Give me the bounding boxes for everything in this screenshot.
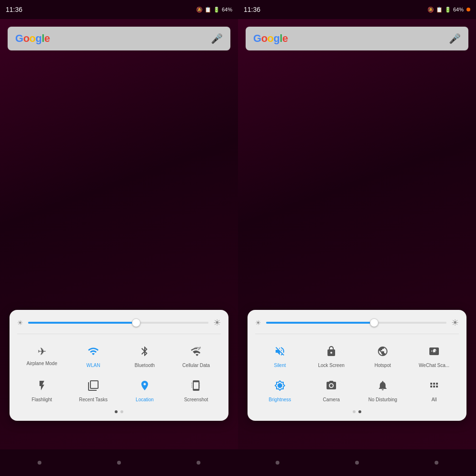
slider-fill-right bbox=[266, 322, 374, 324]
nav-dot3-right bbox=[435, 461, 438, 465]
right-panel: 11:36 🔕 📋 🔋 64% Google 🎤 ☀ bbox=[238, 0, 476, 476]
brightness-low-icon-right: ☀ bbox=[255, 319, 261, 327]
brightness-high-icon-right: ☀ bbox=[451, 317, 459, 328]
toggle-wlan-left[interactable]: WLAN bbox=[69, 342, 118, 372]
toggle-airplane-left[interactable]: ✈ Airplane Mode bbox=[17, 342, 67, 372]
home-area-right: Google 🎤 ☀ ☀ bbox=[238, 19, 476, 449]
toggle-bluetooth-left[interactable]: Bluetooth bbox=[120, 342, 169, 372]
slider-fill-left bbox=[28, 322, 136, 324]
wifi-icon-left bbox=[88, 346, 99, 360]
silent-icon-right: 🔕 bbox=[427, 7, 434, 13]
quick-settings-right: ☀ ☀ Silent bbox=[248, 310, 466, 421]
airplane-label-left: Airplane Mode bbox=[27, 361, 57, 367]
status-icons-left: 🔕 📋 🔋 64% bbox=[196, 7, 232, 13]
time-left: 11:36 bbox=[6, 6, 22, 13]
google-search-bar-right[interactable]: Google 🎤 bbox=[246, 27, 468, 50]
brightness-label-right: Brightness bbox=[268, 397, 291, 403]
dot2-right bbox=[358, 410, 361, 413]
bluetooth-label-left: Bluetooth bbox=[135, 363, 155, 368]
airplane-icon-left: ✈ bbox=[38, 346, 46, 358]
time-right: 11:36 bbox=[244, 6, 260, 13]
status-bar-right: 11:36 🔕 📋 🔋 64% bbox=[238, 0, 476, 19]
location-label-left: Location bbox=[136, 397, 154, 403]
toggle-all-right[interactable]: All bbox=[409, 376, 459, 407]
brightness-high-icon-left: ☀ bbox=[213, 317, 221, 328]
camera-label-right: Camera bbox=[323, 397, 340, 403]
battery-percent-right: 64% bbox=[453, 7, 464, 12]
screenshot-label-left: Screenshot bbox=[184, 397, 208, 403]
google-search-bar-left[interactable]: Google 🎤 bbox=[8, 27, 230, 50]
google-logo-left: Google bbox=[15, 32, 50, 45]
location-icon-left bbox=[139, 380, 150, 394]
slider-thumb-right bbox=[370, 318, 378, 327]
slider-thumb-left bbox=[132, 318, 140, 327]
toggle-wechat-right[interactable]: WeChat Sca... bbox=[409, 342, 459, 372]
brightness-icon-right bbox=[274, 380, 286, 394]
all-label-right: All bbox=[431, 397, 436, 403]
brightness-slider-left[interactable]: ☀ ☀ bbox=[17, 317, 221, 334]
nav-dot1-right bbox=[276, 461, 279, 465]
nodisturb-icon-right bbox=[377, 380, 388, 394]
silent-icon-left: 🔕 bbox=[196, 7, 203, 13]
battery-icon-right: 🔋 bbox=[445, 7, 451, 13]
status-bar-left: 11:36 🔕 📋 🔋 64% bbox=[0, 0, 238, 19]
toggles-row2-left: Flashlight Recent Tasks bbox=[17, 376, 221, 407]
slider-track-left[interactable] bbox=[28, 322, 208, 324]
google-logo-right: Google bbox=[253, 32, 288, 45]
dot2-left bbox=[120, 410, 123, 413]
toggle-lockscreen-right[interactable]: Lock Screen bbox=[307, 342, 356, 372]
home-area-left: Google 🎤 ☀ ☀ ✈ Airplane Mode bbox=[0, 19, 238, 449]
flashlight-icon-left bbox=[36, 380, 48, 394]
status-icons-right: 🔕 📋 🔋 64% bbox=[427, 7, 470, 13]
nav-dot2-right bbox=[355, 461, 359, 465]
quick-settings-left: ☀ ☀ ✈ Airplane Mode bbox=[10, 310, 228, 421]
dot1-left bbox=[115, 410, 118, 413]
silent-label-right: Silent bbox=[274, 363, 286, 368]
hotspot-icon-right bbox=[377, 346, 388, 360]
bluetooth-icon-left bbox=[139, 346, 150, 360]
page-dots-left bbox=[17, 410, 221, 413]
all-icon-right bbox=[428, 380, 440, 394]
camera-icon-right bbox=[326, 380, 337, 394]
toggle-camera-right[interactable]: Camera bbox=[307, 376, 356, 407]
sim-icon-right: 📋 bbox=[436, 7, 443, 13]
toggles-row2-right: Brightness Camera bbox=[255, 376, 459, 407]
toggle-cellular-left[interactable]: Cellular Data bbox=[171, 342, 221, 372]
toggle-flashlight-left[interactable]: Flashlight bbox=[17, 376, 67, 407]
sim-icon-left: 📋 bbox=[205, 7, 211, 13]
toggles-row1-right: Silent Lock Screen bbox=[255, 342, 459, 372]
left-panel: 11:36 🔕 📋 🔋 64% Google 🎤 ☀ bbox=[0, 0, 238, 476]
toggle-silent-right[interactable]: Silent bbox=[255, 342, 305, 372]
wechat-icon-right bbox=[428, 346, 440, 360]
battery-icon-left: 🔋 bbox=[213, 7, 220, 13]
page-dots-right bbox=[255, 410, 459, 413]
lockscreen-label-right: Lock Screen bbox=[318, 363, 345, 368]
mic-icon-right[interactable]: 🎤 bbox=[449, 33, 461, 44]
brightness-low-icon-left: ☀ bbox=[17, 319, 23, 327]
silent-icon-right-toggle bbox=[274, 346, 286, 360]
toggle-recent-left[interactable]: Recent Tasks bbox=[69, 376, 118, 407]
lock-icon-right bbox=[326, 346, 337, 360]
recent-icon-left bbox=[88, 380, 99, 394]
recent-label-left: Recent Tasks bbox=[79, 397, 108, 403]
cellular-icon-left bbox=[190, 346, 202, 360]
cellular-label-left: Cellular Data bbox=[182, 363, 210, 368]
hotspot-label-right: Hotspot bbox=[375, 363, 391, 368]
slider-track-right[interactable] bbox=[266, 322, 446, 324]
bottom-nav-left bbox=[0, 449, 238, 476]
nav-dot1-left bbox=[38, 461, 41, 465]
mic-icon-left[interactable]: 🎤 bbox=[211, 33, 223, 44]
toggles-row1-left: ✈ Airplane Mode WLAN bbox=[17, 342, 221, 372]
nav-dot2-left bbox=[117, 461, 121, 465]
brightness-slider-right[interactable]: ☀ ☀ bbox=[255, 317, 459, 334]
toggle-location-left[interactable]: Location bbox=[120, 376, 169, 407]
battery-percent-left: 64% bbox=[222, 7, 232, 12]
toggle-hotspot-right[interactable]: Hotspot bbox=[358, 342, 407, 372]
toggle-nodisturb-right[interactable]: No Disturbing bbox=[358, 376, 407, 407]
nav-dot3-left bbox=[197, 461, 200, 465]
nodisturb-label-right: No Disturbing bbox=[368, 397, 397, 403]
toggle-brightness-right[interactable]: Brightness bbox=[255, 376, 305, 407]
dot1-right bbox=[353, 410, 356, 413]
screenshot-icon-left bbox=[190, 380, 202, 394]
toggle-screenshot-left[interactable]: Screenshot bbox=[171, 376, 221, 407]
